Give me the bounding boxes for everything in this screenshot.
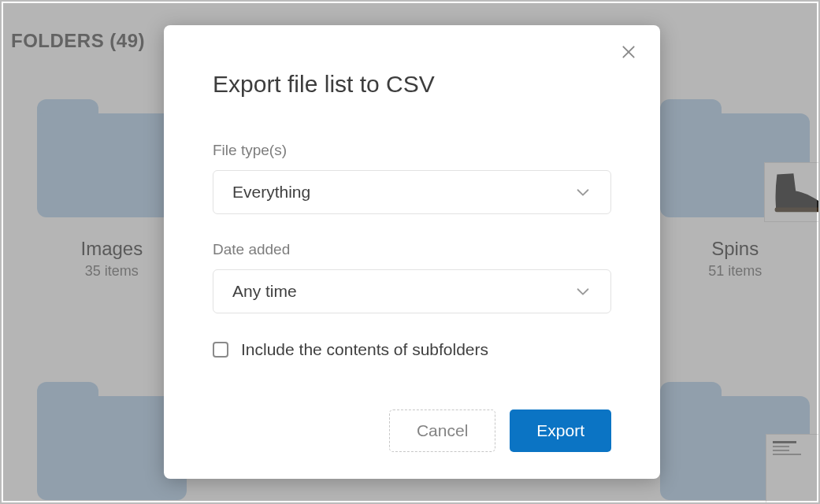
date-added-label: Date added — [213, 241, 611, 258]
chevron-down-icon — [574, 283, 592, 300]
export-button[interactable]: Export — [510, 410, 611, 452]
include-subfolders-checkbox[interactable]: Include the contents of subfolders — [213, 340, 611, 359]
export-csv-dialog: Export file list to CSV File type(s) Eve… — [164, 25, 660, 479]
file-type-value: Everything — [232, 183, 310, 202]
dialog-actions: Cancel Export — [213, 410, 611, 452]
cancel-button[interactable]: Cancel — [389, 410, 495, 452]
date-added-select[interactable]: Any time — [213, 269, 611, 313]
file-type-label: File type(s) — [213, 142, 611, 159]
dialog-title: Export file list to CSV — [213, 71, 611, 98]
checkbox-box — [213, 342, 228, 358]
close-icon — [621, 44, 636, 60]
close-button[interactable] — [618, 41, 640, 63]
date-added-value: Any time — [232, 282, 297, 301]
file-type-select[interactable]: Everything — [213, 170, 611, 214]
export-button-label: Export — [536, 421, 584, 440]
chevron-down-icon — [574, 183, 592, 201]
cancel-button-label: Cancel — [417, 421, 468, 440]
include-subfolders-label: Include the contents of subfolders — [241, 340, 488, 359]
